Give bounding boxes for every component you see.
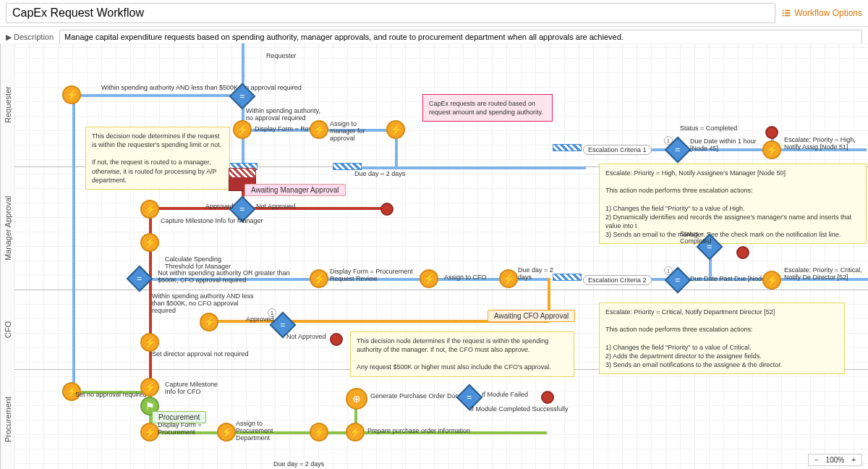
equals-icon: = <box>675 275 680 285</box>
description-input[interactable] <box>59 30 862 44</box>
action-node[interactable]: ⚡ <box>420 269 438 288</box>
stop-node[interactable] <box>736 246 749 259</box>
module-node[interactable]: ⊕ <box>346 388 367 410</box>
equals-icon: = <box>467 392 472 402</box>
escalation-pill[interactable]: Escalation Criteria 2 <box>583 275 652 285</box>
connector <box>72 94 244 97</box>
bolt-icon: ⚡ <box>313 273 326 284</box>
bolt-icon: ⚡ <box>390 124 402 135</box>
milestone-label: Awaiting Manager Approval <box>244 184 346 196</box>
workflow-title-input[interactable] <box>6 3 775 23</box>
svg-rect-3 <box>785 12 790 14</box>
zoom-control: − 100% + <box>808 454 862 466</box>
node-label: Assign to Procurement Department <box>236 420 294 441</box>
bolt-icon: ⚡ <box>144 381 156 393</box>
connector <box>333 166 586 169</box>
note-line: This action node performs three escalati… <box>605 325 838 334</box>
note-line: Escalate: Priority = Critical, Notify De… <box>605 308 838 316</box>
bolt-icon: ⚡ <box>423 273 435 284</box>
bolt-icon: ⚡ <box>66 89 78 101</box>
escalation-hatch <box>553 274 582 281</box>
note-line: 2) Adds the department director to the a… <box>605 352 838 360</box>
node-label: Capture Milestone Info for CFO <box>165 381 223 395</box>
action-node[interactable]: ⚡ <box>310 269 328 288</box>
escalation-hatch <box>553 144 582 151</box>
node-label: Not Approved <box>286 333 326 340</box>
action-node[interactable]: ⚡ <box>200 313 218 331</box>
action-node[interactable]: ⚡ <box>310 423 328 441</box>
node-label: Assign to manager for approval <box>330 120 380 142</box>
svg-rect-1 <box>785 10 790 12</box>
action-node[interactable]: ⚡ <box>386 120 405 139</box>
bolt-icon: ⚡ <box>144 337 156 348</box>
bolt-icon: ⚡ <box>349 426 362 438</box>
escalation-pill[interactable]: Escalation Criteria 1 <box>583 145 652 155</box>
note-line: This action node performs three escalati… <box>605 186 860 195</box>
svg-rect-5 <box>785 15 790 17</box>
action-node[interactable]: ⚡ <box>140 200 159 219</box>
node-label: If Module Failed <box>482 391 528 398</box>
zoom-percent: 100% <box>826 456 845 464</box>
workflow-canvas[interactable]: Requester Manager Approval CFO Procureme… <box>0 43 868 469</box>
node-label: Within spending authority, no approval r… <box>246 107 326 122</box>
note-line: This decision node determines if the req… <box>357 337 568 354</box>
note-line: 1) Changes the field "Priority" to a val… <box>605 204 860 213</box>
note-line: 1) Changes the field "Priority" to a val… <box>605 343 838 352</box>
bolt-icon: ⚡ <box>144 237 156 248</box>
lane-manager: Manager Approval <box>0 166 14 290</box>
equals-icon: = <box>239 204 244 214</box>
node-label: Escalate: Priority = High, Notify Assig … <box>784 136 868 151</box>
node-label: Not within spending authority OR greater… <box>158 269 310 284</box>
milestone-label: Awaiting CFO Approval <box>488 310 575 322</box>
connector <box>72 94 75 391</box>
note-line: Any request $500K or higher must also in… <box>357 363 568 371</box>
note-line: 3) Sends an email to the manager. See th… <box>605 230 860 239</box>
action-node[interactable]: ⚡ <box>310 120 328 139</box>
action-node[interactable]: ⚡ <box>140 233 159 252</box>
action-node[interactable]: ⚡ <box>62 85 81 104</box>
node-label: Approved <box>246 316 274 323</box>
node-label: Within spending authority AND less than … <box>101 84 302 91</box>
workflow-options-button[interactable]: Workflow Options <box>781 8 862 18</box>
node-label: Prepare purchase order information <box>367 427 470 434</box>
globe-icon: ⊕ <box>352 393 361 405</box>
stop-node[interactable] <box>541 391 554 404</box>
note-cfo: This decision node determines if the req… <box>350 331 574 377</box>
note-routing: CapEx requests are routed based on reque… <box>422 94 553 122</box>
stop-node[interactable] <box>380 203 393 216</box>
note-line: 2) Dynamically identifies and records th… <box>605 213 860 230</box>
node-label: Display Form = Procurement <box>158 421 208 436</box>
bolt-icon: ⚡ <box>221 426 233 438</box>
node-label: Assign to CFO <box>444 274 487 281</box>
bolt-icon: ⚡ <box>766 144 778 156</box>
note-line: 3) Sends an email notifications to the a… <box>605 360 838 369</box>
node-label: Due day = 2 days <box>518 266 554 281</box>
equals-icon: = <box>137 274 142 284</box>
bolt-icon: ⚡ <box>203 316 216 328</box>
action-node[interactable]: ⚡ <box>762 271 781 290</box>
escalation-hatch <box>333 163 362 170</box>
node-label: Capture Milestone Info for Manager <box>161 217 263 224</box>
lane-procurement: Procurement <box>0 369 14 469</box>
stop-node[interactable] <box>330 333 343 346</box>
bolt-icon: ⚑ <box>145 400 155 412</box>
action-node[interactable]: ⚡ <box>217 423 236 441</box>
node-label: Set director approval not required <box>152 350 249 358</box>
node-label: Calculate Spending Threshold for Manager <box>165 255 252 270</box>
node-label: If Module Completed Successfully <box>470 405 569 413</box>
node-label: Due day = 2 days <box>273 460 324 468</box>
action-node[interactable]: ⚡ <box>140 378 159 397</box>
equals-icon: = <box>280 320 285 330</box>
lane-requester: Requester <box>0 43 14 166</box>
bolt-icon: ⚡ <box>766 274 778 286</box>
action-node[interactable]: ⚡ <box>140 333 159 352</box>
action-node[interactable]: ⚡ <box>233 120 252 139</box>
zoom-out-button[interactable]: − <box>814 456 819 464</box>
action-node[interactable]: ⚡ <box>762 140 781 159</box>
action-node[interactable]: ⚡ <box>140 423 159 441</box>
zoom-in-button[interactable]: + <box>851 456 856 464</box>
node-label: Set no approval required <box>75 391 147 398</box>
action-node[interactable]: ⚡ <box>499 269 518 288</box>
description-toggle[interactable]: ▶ Description <box>6 33 54 42</box>
action-node[interactable]: ⚡ <box>346 423 365 441</box>
